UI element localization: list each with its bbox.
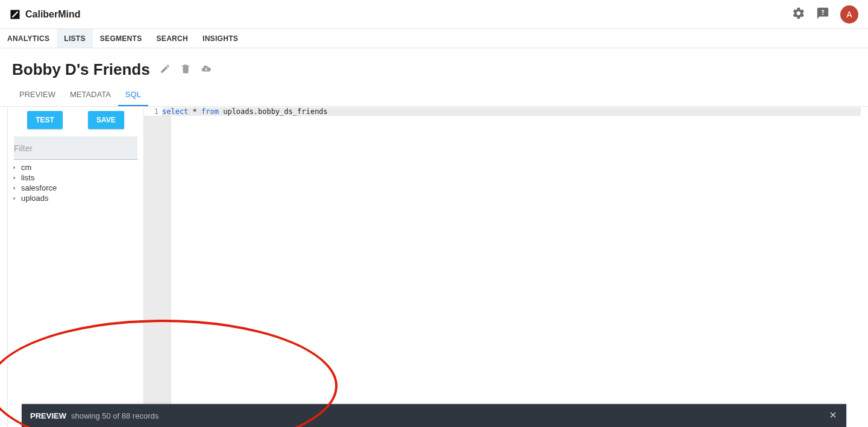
- tree-item-lists[interactable]: lists: [11, 172, 140, 183]
- tree-item-cm[interactable]: cm: [11, 162, 140, 172]
- gutter-bg: [144, 116, 171, 427]
- tree-label: cm: [21, 163, 31, 172]
- avatar-initial: A: [846, 10, 852, 19]
- sql-editor[interactable]: 1 select * from uploads.bobby_ds_friends: [144, 107, 861, 427]
- code-area[interactable]: select * from uploads.bobby_ds_friends: [162, 107, 861, 427]
- help-icon[interactable]: [816, 7, 829, 22]
- brand-name: CaliberMind: [25, 9, 81, 20]
- code-line-1[interactable]: select * from uploads.bobby_ds_friends: [162, 107, 861, 116]
- main-nav: ANALYTICS LISTS SEGMENTS SEARCH INSIGHTS: [0, 29, 868, 48]
- chevron-right-icon: [11, 185, 17, 191]
- nav-segments[interactable]: SEGMENTS: [93, 29, 149, 48]
- nav-lists[interactable]: LISTS: [57, 29, 93, 48]
- sql-keyword: select: [162, 107, 188, 116]
- sql-keyword: from: [201, 107, 219, 116]
- left-panel: TEST SAVE cm lists salesforce uploads: [7, 107, 144, 427]
- toast-text: PREVIEW showing 50 of 88 records: [30, 411, 159, 420]
- save-button[interactable]: SAVE: [88, 111, 124, 129]
- tree-item-salesforce[interactable]: salesforce: [11, 183, 140, 193]
- filter-wrap: [8, 136, 143, 160]
- toast-subtitle: showing 50 of 88 records: [71, 411, 159, 420]
- page-title: Bobby D's Friends: [12, 60, 150, 79]
- preview-toast: PREVIEW showing 50 of 88 records: [22, 404, 846, 427]
- chevron-right-icon: [11, 175, 17, 181]
- close-icon[interactable]: [828, 410, 838, 422]
- delete-icon[interactable]: [180, 63, 191, 77]
- chevron-right-icon: [11, 195, 17, 201]
- tree-label: lists: [21, 173, 34, 182]
- cloud-download-icon[interactable]: [201, 63, 212, 77]
- tab-sql[interactable]: SQL: [118, 84, 148, 106]
- nav-search[interactable]: SEARCH: [149, 29, 195, 48]
- body-area: TEST SAVE cm lists salesforce uploads: [7, 107, 861, 427]
- header-actions: A: [792, 5, 858, 24]
- filter-input[interactable]: [14, 136, 137, 160]
- nav-insights[interactable]: INSIGHTS: [195, 29, 245, 48]
- brand-logo-icon: [10, 9, 20, 20]
- brand: CaliberMind: [10, 9, 81, 20]
- edit-icon[interactable]: [160, 63, 171, 77]
- test-button[interactable]: TEST: [27, 111, 63, 129]
- button-row: TEST SAVE: [8, 107, 143, 136]
- gear-icon[interactable]: [792, 7, 805, 22]
- nav-analytics[interactable]: ANALYTICS: [0, 29, 57, 48]
- chevron-right-icon: [11, 165, 17, 171]
- sub-tabs: PREVIEW METADATA SQL: [0, 84, 868, 107]
- sql-token: uploads.bobby_ds_friends: [219, 107, 328, 116]
- tab-preview[interactable]: PREVIEW: [12, 84, 63, 106]
- tree-label: uploads: [21, 194, 49, 203]
- page-title-row: Bobby D's Friends: [0, 48, 868, 84]
- app-header: CaliberMind A: [0, 0, 868, 29]
- tree-label: salesforce: [21, 183, 57, 192]
- tab-metadata[interactable]: METADATA: [63, 84, 118, 106]
- toast-title: PREVIEW: [30, 411, 66, 420]
- avatar[interactable]: A: [840, 5, 858, 24]
- line-number: 1: [144, 107, 159, 116]
- schema-tree: cm lists salesforce uploads: [8, 160, 143, 206]
- sql-token: *: [188, 107, 201, 116]
- tree-item-uploads[interactable]: uploads: [11, 193, 140, 203]
